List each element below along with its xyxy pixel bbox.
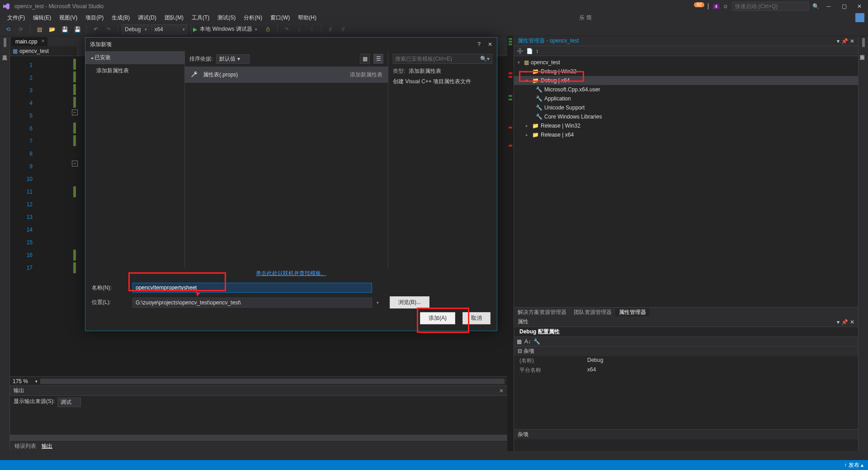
menu-analyze[interactable]: 分析(N) — [240, 13, 266, 23]
comment-icon[interactable]: // — [325, 24, 336, 35]
undo-icon[interactable]: ↶ — [90, 24, 101, 35]
menu-tools[interactable]: 工具(T) — [188, 13, 213, 23]
search-icon[interactable]: 🔍▾ — [480, 56, 490, 62]
tab-solution-explorer[interactable]: 解决方案资源管理器 — [514, 309, 570, 316]
panel-dropdown-icon[interactable]: ▾ — [837, 319, 840, 325]
statusbar: ↑ 发布 ▴ — [0, 460, 868, 470]
fold-icon[interactable]: − — [72, 161, 78, 166]
tab-property-manager[interactable]: 属性管理器 — [615, 309, 650, 316]
list-view-icon[interactable]: ☰ — [373, 54, 383, 64]
tree-cfg-debug-x64[interactable]: ▾📁Debug | x64 — [514, 76, 858, 85]
dialog-help-icon[interactable]: ? — [477, 41, 481, 47]
menu-project[interactable]: 项目(P) — [82, 13, 107, 23]
tree-item[interactable]: 🔧Unicode Support — [514, 103, 858, 112]
minimize-icon[interactable]: ─ — [823, 2, 835, 11]
prop-row-platform[interactable]: 平台名称x64 — [514, 366, 858, 375]
drag-handle[interactable] — [862, 38, 865, 47]
tree-root[interactable]: ▾▦opencv_test — [514, 58, 858, 67]
browse-button[interactable]: 浏览(B)... — [390, 296, 429, 309]
props-category[interactable]: ⊟ 杂项 — [514, 347, 858, 356]
menu-build[interactable]: 生成(B) — [108, 13, 133, 23]
step-over-icon[interactable]: ↷ — [281, 24, 292, 35]
search-icon[interactable]: 🔍 — [812, 3, 819, 9]
tree-cfg-debug-win32[interactable]: ▸📁Debug | Win32 — [514, 67, 858, 76]
location-input[interactable] — [132, 298, 372, 308]
user-avatar[interactable] — [855, 13, 864, 22]
quick-launch-input[interactable] — [732, 2, 809, 11]
name-input[interactable] — [132, 283, 372, 293]
solution-tab[interactable]: 解决方案 — [859, 49, 866, 52]
flag-icon[interactable]: ▏4 — [708, 3, 719, 9]
tab-team-explorer[interactable]: 团队资源管理器 — [570, 309, 615, 316]
save-icon[interactable]: 💾 — [59, 24, 70, 35]
menu-test[interactable]: 测试(S) — [214, 13, 239, 23]
toolbox-tab[interactable]: 工具箱 — [1, 50, 9, 53]
maximize-icon[interactable]: ▢ — [838, 2, 850, 11]
menu-edit[interactable]: 编辑(E) — [29, 13, 55, 23]
pin-icon[interactable]: 📌 — [841, 38, 848, 44]
tab-close-icon[interactable]: ✕ — [41, 38, 45, 43]
hscrollbar[interactable] — [10, 435, 507, 441]
step-into-icon[interactable]: ↓ — [294, 24, 305, 35]
tree-item[interactable]: 🔧Microsoft.Cpp.x64.user — [514, 85, 858, 94]
category-propsheet[interactable]: 添加新属性表 — [85, 64, 184, 77]
template-item-props[interactable]: 属性表(.props) 添加新属性表 — [185, 66, 388, 83]
config-dropdown[interactable]: Debug — [122, 24, 149, 34]
save-all-icon[interactable]: 💾 — [72, 24, 83, 35]
menu-debug[interactable]: 调试(D) — [134, 13, 160, 23]
pane-close-icon[interactable]: ✕ — [499, 388, 504, 394]
props-wrench-icon[interactable]: 🔧 — [533, 338, 540, 345]
cancel-button[interactable]: 取消 — [462, 312, 491, 324]
notification-badge[interactable]: 82 — [694, 2, 704, 7]
panel-close-icon[interactable]: ✕ — [850, 38, 854, 44]
zoom-dropdown[interactable]: 175 % — [13, 378, 35, 385]
feedback-icon[interactable]: ☺ — [723, 3, 728, 9]
start-debug-button[interactable]: ▶ 本地 Windows 调试器 ▾ — [191, 24, 260, 34]
scope-dropdown[interactable]: ▦ opencv_test — [10, 46, 78, 56]
menu-file[interactable]: 文件(F) — [4, 13, 28, 23]
document-tab-main[interactable]: main.cpp ✕ — [11, 37, 47, 46]
redo-icon[interactable]: ↷ — [103, 24, 114, 35]
grid-view-icon[interactable]: ▦ — [360, 54, 370, 64]
add-prop-icon[interactable]: ➕ — [517, 48, 524, 54]
tree-cfg-release-x64[interactable]: ▸📁Release | x64 — [514, 130, 858, 139]
sort-dropdown[interactable]: 默认值 ▾ — [216, 54, 249, 64]
errorlist-tab[interactable]: 错误列表 — [14, 442, 36, 450]
new-file-icon[interactable]: ▤ — [34, 24, 45, 35]
menu-team[interactable]: 团队(M) — [161, 13, 187, 23]
attach-icon[interactable]: ⎙ — [263, 24, 274, 35]
menu-help[interactable]: 帮助(H) — [294, 13, 320, 23]
output-tab[interactable]: 输出 — [42, 442, 52, 450]
template-search-input[interactable] — [393, 54, 492, 64]
platform-dropdown[interactable]: x64 — [151, 24, 187, 34]
dialog-close-icon[interactable]: ✕ — [488, 41, 492, 47]
categorize-icon[interactable]: ▦ — [517, 338, 522, 345]
pin-icon[interactable]: 📌 — [841, 319, 848, 325]
open-icon[interactable]: 📂 — [47, 24, 57, 35]
alpha-sort-icon[interactable]: A↓ — [524, 338, 531, 345]
drag-handle[interactable] — [4, 38, 6, 47]
nav-fwd-icon[interactable]: ⟳ — [15, 24, 26, 35]
category-installed[interactable]: ◂ 已安装 — [85, 51, 184, 64]
nav-back-icon[interactable]: ⟲ — [3, 24, 14, 35]
output-source-dropdown[interactable]: 调试 — [57, 398, 81, 407]
step-out-icon[interactable]: ↑ — [307, 24, 317, 35]
online-templates-link[interactable]: 单击此处以联机并查找模板。 — [85, 268, 497, 279]
menu-window[interactable]: 窗口(W) — [267, 13, 293, 23]
tree-cfg-release-win32[interactable]: ▸📁Release | Win32 — [514, 121, 858, 130]
tree-item[interactable]: 🔧Application — [514, 94, 858, 103]
fold-icon[interactable]: − — [72, 109, 78, 115]
panel-dropdown-icon[interactable]: ▾ — [837, 38, 840, 44]
sort-icon[interactable]: ↕ — [536, 48, 538, 54]
menu-view[interactable]: 视图(V) — [56, 13, 81, 23]
add-button[interactable]: 添加(A) — [420, 312, 455, 324]
tree-item[interactable]: 🔧Core Windows Libraries — [514, 112, 858, 121]
close-icon[interactable]: ✕ — [854, 2, 865, 11]
hscrollbar[interactable] — [40, 379, 505, 384]
language-indicator[interactable]: 乐 简 — [579, 14, 591, 22]
panel-close-icon[interactable]: ✕ — [850, 319, 854, 325]
prop-row-name[interactable]: (名称)Debug — [514, 356, 858, 366]
uncomment-icon[interactable]: // — [338, 24, 349, 35]
publish-button[interactable]: ↑ 发布 ▴ — [844, 461, 863, 469]
add-existing-icon[interactable]: 📄 — [526, 48, 533, 54]
